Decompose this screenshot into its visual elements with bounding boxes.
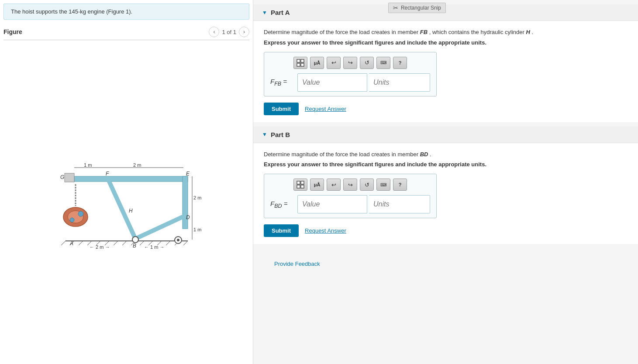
part-a-request-answer[interactable]: Request Answer [305,106,346,112]
svg-text:← 1 m →: ← 1 m → [144,244,164,250]
svg-rect-49 [297,63,300,66]
mu-btn-b[interactable]: μÅ [310,179,324,191]
svg-point-25 [177,239,179,241]
svg-text:H: H [129,208,133,214]
part-b-input-row: FBD = [270,195,430,213]
figure-section: Figure ‹ 1 of 1 › [0,23,253,364]
part-b-title: Part B [271,131,290,138]
svg-rect-48 [301,59,304,62]
svg-line-8 [122,241,127,245]
svg-text:E: E [186,171,190,177]
svg-text:2 m: 2 m [133,162,141,168]
part-b-submit[interactable]: Submit [264,224,299,237]
part-a-input-row: FFB = [270,73,430,92]
svg-rect-52 [301,181,304,184]
part-b-body: Determine magnitude of the force the loa… [253,143,638,244]
feedback-section: Provide Feedback [253,247,638,281]
svg-rect-50 [301,63,304,66]
part-a-instruction: Express your answer to three significant… [264,39,628,46]
svg-rect-47 [297,59,300,62]
help-btn-a[interactable]: ? [393,57,407,69]
svg-text:1 m: 1 m [84,162,92,168]
reset-btn-b[interactable]: ↺ [360,179,374,191]
prev-page-button[interactable]: ‹ [209,27,219,37]
figure-header: Figure ‹ 1 of 1 › [3,27,249,40]
keyboard-btn-b[interactable]: ⌨ [376,179,390,191]
provide-feedback-link[interactable]: Provide Feedback [264,254,331,274]
part-b-collapse[interactable]: ▼ [262,131,267,137]
part-a-input-container: μÅ ↩ ↪ ↺ ⌨ ? FFB = [264,52,437,96]
next-page-button[interactable]: › [239,27,249,37]
svg-point-23 [132,237,138,243]
part-b-units-input[interactable] [369,195,430,213]
svg-text:F: F [106,171,109,177]
svg-text:B: B [133,243,136,249]
part-b-member: BD [420,151,428,158]
svg-text:1 m: 1 m [193,227,201,232]
part-a-units-input[interactable] [369,73,430,92]
mu-btn-a[interactable]: μÅ [310,57,324,69]
part-a-submit[interactable]: Submit [264,103,299,115]
svg-line-13 [166,241,170,245]
svg-rect-17 [183,176,188,229]
svg-line-3 [79,241,83,245]
part-b-request-answer[interactable]: Request Answer [305,227,346,234]
svg-rect-51 [297,181,300,184]
svg-rect-16 [74,176,188,182]
part-a-actions: Submit Request Answer [264,103,628,115]
redo-btn-a[interactable]: ↪ [343,57,357,69]
part-b-header: ▼ Part B [253,127,638,143]
figure-title: Figure [3,28,22,35]
part-b-value-input[interactable] [297,195,367,213]
svg-text:D: D [186,214,190,220]
left-panel: The hoist supports the 145-kg engine (Fi… [0,0,253,364]
redo-btn-b[interactable]: ↪ [343,179,357,191]
svg-line-7 [114,241,118,245]
help-btn-b[interactable]: ? [393,179,407,191]
figure-canvas: G F E H D A B [3,43,249,361]
part-a-title: Part A [271,9,290,16]
figure-nav: ‹ 1 of 1 › [209,27,249,37]
part-b-section: ▼ Part B Determine magnitude of the forc… [253,127,638,244]
svg-line-1 [61,241,66,245]
part-a-toolbar: μÅ ↩ ↪ ↺ ⌨ ? [270,57,430,69]
part-a-collapse[interactable]: ▼ [262,10,267,16]
svg-text:2 m: 2 m [193,195,201,200]
svg-rect-54 [301,185,304,188]
right-panel: ✂ Rectangular Snip ▼ Part A Determine ma… [253,0,638,364]
reset-btn-a[interactable]: ↺ [360,57,374,69]
problem-text: The hoist supports the 145-kg engine (Fi… [11,8,132,15]
svg-line-15 [183,241,188,245]
part-b-input-container: μÅ ↩ ↪ ↺ ⌨ ? FBD = [264,174,437,218]
tooltip-icon: ✂ [393,4,398,11]
part-a-description: Determine magnitude of the force the loa… [264,28,628,37]
nav-page: 1 of 1 [222,29,236,35]
matrix-btn-a[interactable] [293,57,307,69]
part-a-cylinder: H [526,29,530,35]
svg-rect-53 [297,185,300,188]
part-a-label: FFB = [270,78,292,87]
undo-btn-b[interactable]: ↩ [327,179,341,191]
svg-point-45 [78,211,83,216]
svg-text:A: A [69,240,73,247]
part-a-section: ▼ Part A Determine magnitude of the forc… [253,4,638,122]
tooltip-text: Rectangular Snip [401,5,441,11]
part-b-description: Determine magnitude of the force the loa… [264,150,628,159]
part-a-member: FB [420,29,428,35]
tooltip-bar: ✂ Rectangular Snip [388,3,446,13]
matrix-btn-b[interactable] [293,179,307,191]
part-a-body: Determine magnitude of the force the loa… [253,21,638,122]
part-a-value-input[interactable] [297,73,367,92]
svg-point-46 [70,218,74,222]
svg-line-19 [135,217,183,239]
svg-rect-21 [65,173,74,182]
figure-diagram: G F E H D A B [48,149,205,254]
svg-text:G: G [60,174,64,180]
part-b-label: FBD = [270,200,292,209]
part-b-instruction: Express your answer to three significant… [264,161,628,168]
undo-btn-a[interactable]: ↩ [327,57,341,69]
keyboard-btn-a[interactable]: ⌨ [376,57,390,69]
part-b-actions: Submit Request Answer [264,224,628,237]
problem-statement: The hoist supports the 145-kg engine (Fi… [3,3,249,20]
svg-text:← 2 m →: ← 2 m → [90,244,110,250]
